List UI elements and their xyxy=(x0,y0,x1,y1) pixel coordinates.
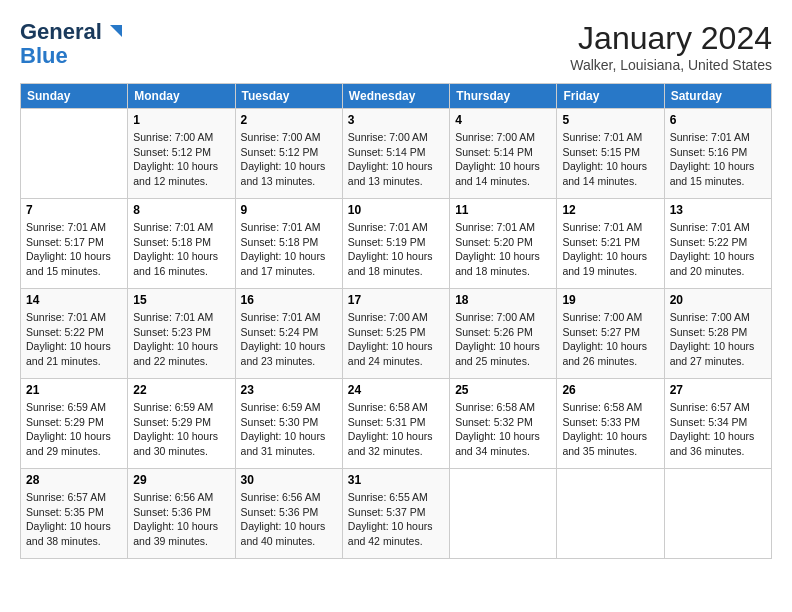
day-number: 5 xyxy=(562,113,658,127)
calendar-cell: 8Sunrise: 7:01 AMSunset: 5:18 PMDaylight… xyxy=(128,199,235,289)
calendar-cell: 5Sunrise: 7:01 AMSunset: 5:15 PMDaylight… xyxy=(557,109,664,199)
day-number: 9 xyxy=(241,203,337,217)
calendar-cell: 7Sunrise: 7:01 AMSunset: 5:17 PMDaylight… xyxy=(21,199,128,289)
day-number: 1 xyxy=(133,113,229,127)
day-number: 4 xyxy=(455,113,551,127)
calendar-cell: 29Sunrise: 6:56 AMSunset: 5:36 PMDayligh… xyxy=(128,469,235,559)
day-number: 8 xyxy=(133,203,229,217)
day-number: 26 xyxy=(562,383,658,397)
calendar-cell: 4Sunrise: 7:00 AMSunset: 5:14 PMDaylight… xyxy=(450,109,557,199)
calendar-cell: 18Sunrise: 7:00 AMSunset: 5:26 PMDayligh… xyxy=(450,289,557,379)
calendar-table: SundayMondayTuesdayWednesdayThursdayFrid… xyxy=(20,83,772,559)
logo: General Blue xyxy=(20,20,124,68)
cell-content: Sunrise: 7:01 AMSunset: 5:18 PMDaylight:… xyxy=(241,220,337,279)
day-number: 6 xyxy=(670,113,766,127)
day-number: 27 xyxy=(670,383,766,397)
cell-content: Sunrise: 6:56 AMSunset: 5:36 PMDaylight:… xyxy=(241,490,337,549)
calendar-cell xyxy=(557,469,664,559)
calendar-cell: 1Sunrise: 7:00 AMSunset: 5:12 PMDaylight… xyxy=(128,109,235,199)
cell-content: Sunrise: 6:59 AMSunset: 5:29 PMDaylight:… xyxy=(26,400,122,459)
cell-content: Sunrise: 6:57 AMSunset: 5:35 PMDaylight:… xyxy=(26,490,122,549)
day-number: 22 xyxy=(133,383,229,397)
col-header-sunday: Sunday xyxy=(21,84,128,109)
day-number: 23 xyxy=(241,383,337,397)
cell-content: Sunrise: 6:58 AMSunset: 5:31 PMDaylight:… xyxy=(348,400,444,459)
cell-content: Sunrise: 7:00 AMSunset: 5:27 PMDaylight:… xyxy=(562,310,658,369)
cell-content: Sunrise: 7:01 AMSunset: 5:18 PMDaylight:… xyxy=(133,220,229,279)
day-number: 24 xyxy=(348,383,444,397)
day-number: 13 xyxy=(670,203,766,217)
day-number: 12 xyxy=(562,203,658,217)
cell-content: Sunrise: 6:59 AMSunset: 5:30 PMDaylight:… xyxy=(241,400,337,459)
calendar-cell: 31Sunrise: 6:55 AMSunset: 5:37 PMDayligh… xyxy=(342,469,449,559)
title-block: January 2024 Walker, Louisiana, United S… xyxy=(570,20,772,73)
calendar-cell: 12Sunrise: 7:01 AMSunset: 5:21 PMDayligh… xyxy=(557,199,664,289)
calendar-cell: 10Sunrise: 7:01 AMSunset: 5:19 PMDayligh… xyxy=(342,199,449,289)
col-header-tuesday: Tuesday xyxy=(235,84,342,109)
month-title: January 2024 xyxy=(570,20,772,57)
logo-blue: Blue xyxy=(20,44,68,68)
cell-content: Sunrise: 7:01 AMSunset: 5:24 PMDaylight:… xyxy=(241,310,337,369)
calendar-cell: 11Sunrise: 7:01 AMSunset: 5:20 PMDayligh… xyxy=(450,199,557,289)
calendar-cell: 24Sunrise: 6:58 AMSunset: 5:31 PMDayligh… xyxy=(342,379,449,469)
page-header: General Blue January 2024 Walker, Louisi… xyxy=(20,20,772,73)
day-number: 21 xyxy=(26,383,122,397)
cell-content: Sunrise: 7:01 AMSunset: 5:19 PMDaylight:… xyxy=(348,220,444,279)
calendar-cell: 21Sunrise: 6:59 AMSunset: 5:29 PMDayligh… xyxy=(21,379,128,469)
cell-content: Sunrise: 6:58 AMSunset: 5:33 PMDaylight:… xyxy=(562,400,658,459)
day-number: 29 xyxy=(133,473,229,487)
cell-content: Sunrise: 6:57 AMSunset: 5:34 PMDaylight:… xyxy=(670,400,766,459)
logo-icon xyxy=(102,21,124,43)
day-number: 25 xyxy=(455,383,551,397)
cell-content: Sunrise: 7:01 AMSunset: 5:23 PMDaylight:… xyxy=(133,310,229,369)
cell-content: Sunrise: 7:01 AMSunset: 5:17 PMDaylight:… xyxy=(26,220,122,279)
cell-content: Sunrise: 7:01 AMSunset: 5:16 PMDaylight:… xyxy=(670,130,766,189)
calendar-week-5: 28Sunrise: 6:57 AMSunset: 5:35 PMDayligh… xyxy=(21,469,772,559)
cell-content: Sunrise: 7:00 AMSunset: 5:12 PMDaylight:… xyxy=(133,130,229,189)
calendar-week-3: 14Sunrise: 7:01 AMSunset: 5:22 PMDayligh… xyxy=(21,289,772,379)
calendar-cell: 20Sunrise: 7:00 AMSunset: 5:28 PMDayligh… xyxy=(664,289,771,379)
calendar-cell: 2Sunrise: 7:00 AMSunset: 5:12 PMDaylight… xyxy=(235,109,342,199)
day-number: 17 xyxy=(348,293,444,307)
day-number: 15 xyxy=(133,293,229,307)
col-header-saturday: Saturday xyxy=(664,84,771,109)
day-number: 30 xyxy=(241,473,337,487)
col-header-monday: Monday xyxy=(128,84,235,109)
cell-content: Sunrise: 7:00 AMSunset: 5:25 PMDaylight:… xyxy=(348,310,444,369)
day-number: 7 xyxy=(26,203,122,217)
day-number: 16 xyxy=(241,293,337,307)
calendar-cell: 26Sunrise: 6:58 AMSunset: 5:33 PMDayligh… xyxy=(557,379,664,469)
calendar-cell: 27Sunrise: 6:57 AMSunset: 5:34 PMDayligh… xyxy=(664,379,771,469)
logo-general: General xyxy=(20,20,102,44)
day-number: 11 xyxy=(455,203,551,217)
calendar-cell: 16Sunrise: 7:01 AMSunset: 5:24 PMDayligh… xyxy=(235,289,342,379)
cell-content: Sunrise: 6:55 AMSunset: 5:37 PMDaylight:… xyxy=(348,490,444,549)
cell-content: Sunrise: 7:01 AMSunset: 5:22 PMDaylight:… xyxy=(26,310,122,369)
calendar-cell: 17Sunrise: 7:00 AMSunset: 5:25 PMDayligh… xyxy=(342,289,449,379)
day-number: 18 xyxy=(455,293,551,307)
calendar-week-2: 7Sunrise: 7:01 AMSunset: 5:17 PMDaylight… xyxy=(21,199,772,289)
col-header-wednesday: Wednesday xyxy=(342,84,449,109)
cell-content: Sunrise: 7:00 AMSunset: 5:28 PMDaylight:… xyxy=(670,310,766,369)
day-number: 28 xyxy=(26,473,122,487)
day-number: 3 xyxy=(348,113,444,127)
calendar-cell: 19Sunrise: 7:00 AMSunset: 5:27 PMDayligh… xyxy=(557,289,664,379)
calendar-cell: 25Sunrise: 6:58 AMSunset: 5:32 PMDayligh… xyxy=(450,379,557,469)
cell-content: Sunrise: 7:00 AMSunset: 5:12 PMDaylight:… xyxy=(241,130,337,189)
day-number: 20 xyxy=(670,293,766,307)
calendar-cell xyxy=(450,469,557,559)
calendar-cell: 22Sunrise: 6:59 AMSunset: 5:29 PMDayligh… xyxy=(128,379,235,469)
calendar-cell: 6Sunrise: 7:01 AMSunset: 5:16 PMDaylight… xyxy=(664,109,771,199)
cell-content: Sunrise: 6:59 AMSunset: 5:29 PMDaylight:… xyxy=(133,400,229,459)
calendar-header-row: SundayMondayTuesdayWednesdayThursdayFrid… xyxy=(21,84,772,109)
calendar-cell xyxy=(664,469,771,559)
calendar-cell: 9Sunrise: 7:01 AMSunset: 5:18 PMDaylight… xyxy=(235,199,342,289)
calendar-cell: 3Sunrise: 7:00 AMSunset: 5:14 PMDaylight… xyxy=(342,109,449,199)
day-number: 14 xyxy=(26,293,122,307)
col-header-friday: Friday xyxy=(557,84,664,109)
cell-content: Sunrise: 7:01 AMSunset: 5:15 PMDaylight:… xyxy=(562,130,658,189)
calendar-cell: 30Sunrise: 6:56 AMSunset: 5:36 PMDayligh… xyxy=(235,469,342,559)
calendar-cell: 28Sunrise: 6:57 AMSunset: 5:35 PMDayligh… xyxy=(21,469,128,559)
svg-marker-0 xyxy=(110,25,122,37)
calendar-cell: 23Sunrise: 6:59 AMSunset: 5:30 PMDayligh… xyxy=(235,379,342,469)
